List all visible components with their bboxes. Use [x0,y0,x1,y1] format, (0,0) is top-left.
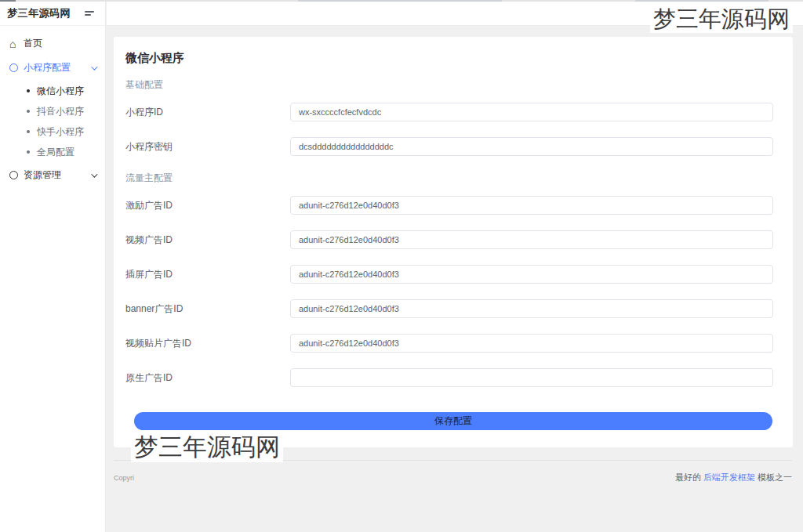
watermark: 梦三年源码网 [650,5,793,33]
config-form-card: 微信小程序 基础配置小程序ID小程序密钥流量主配置激励广告ID视频广告ID插屏广… [114,37,793,447]
form-row: 插屏广告ID [125,265,781,284]
form-row: 激励广告ID [125,196,781,215]
field-label-banner-ad: banner广告ID [125,302,290,316]
field-input-secret[interactable] [290,137,773,156]
submenu-item-label: 微信小程序 [37,85,84,98]
sidebar-header: 梦三年源码网 [0,2,105,26]
sidebar-item-label: 小程序配置 [24,61,71,74]
home-icon: ⌂ [9,38,24,49]
field-label-appid: 小程序ID [125,106,290,119]
footer-credit-prefix: 最好的 [675,472,703,482]
submenu-item-label: 抖音小程序 [37,105,84,118]
watermark: 梦三年源码网 [131,432,283,462]
copyright-text: Copyri [114,474,134,482]
bullet-icon [27,89,30,92]
page-title: 微信小程序 [125,51,781,66]
backend-framework-link[interactable]: 后端开发框架 [703,472,755,482]
field-label-reward-ad: 激励广告ID [125,199,290,212]
field-input-video-ad[interactable] [290,230,773,249]
footer-credit-suffix: 模板之一 [755,472,792,482]
form-row: banner广告ID [125,299,781,318]
save-config-button[interactable]: 保存配置 [134,412,772,430]
field-label-video-patch-ad: 视频贴片广告ID [125,337,290,350]
section-title: 基础配置 [125,78,781,92]
sidebar-item-global-config[interactable]: 全局配置 [27,145,105,159]
form-row: 原生广告ID [125,368,781,387]
collapse-sidebar-icon[interactable] [83,9,96,17]
field-input-appid[interactable] [290,103,773,121]
submenu-item-label: 快手小程序 [37,125,84,139]
miniprogram-submenu: 微信小程序 抖音小程序 快手小程序 全局配置 [0,84,105,159]
sidebar-item-label: 资源管理 [24,168,61,182]
footer-credit: 最好的 后端开发框架 模板之一 [675,472,792,483]
field-input-video-patch-ad[interactable] [290,334,773,353]
chevron-down-icon [91,171,97,177]
circle-icon [9,171,24,179]
page-footer: Copyri 最好的 后端开发框架 模板之一 [114,460,792,483]
field-input-interstitial-ad[interactable] [290,265,773,284]
sidebar-item-douyin-miniprogram[interactable]: 抖音小程序 [27,104,105,118]
field-input-reward-ad[interactable] [290,196,773,215]
field-input-native-ad[interactable] [290,368,773,387]
sidebar-item-kuaishou-miniprogram[interactable]: 快手小程序 [27,125,105,139]
sidebar-item-resource-management[interactable]: 资源管理 [0,165,105,185]
form-row: 小程序ID [125,103,781,121]
form-row: 视频贴片广告ID [125,334,781,353]
form-row: 视频广告ID [125,230,781,249]
sidebar-item-home[interactable]: ⌂ 首页 [0,34,105,53]
field-label-secret: 小程序密钥 [125,140,290,154]
circle-icon [9,63,24,72]
bullet-icon [27,110,30,113]
chevron-down-icon [91,63,97,70]
section-title: 流量主配置 [125,172,781,185]
bullet-icon [27,130,30,133]
field-input-banner-ad[interactable] [290,299,773,318]
sidebar-menu: ⌂ 首页 小程序配置 微信小程序 抖音小程序 快手小程序 全局配置 [0,26,105,185]
sidebar-item-label: 首页 [24,37,42,50]
field-label-interstitial-ad: 插屏广告ID [125,268,290,281]
form-groups: 基础配置小程序ID小程序密钥流量主配置激励广告ID视频广告ID插屏广告IDban… [125,78,781,387]
sidebar-item-wechat-miniprogram[interactable]: 微信小程序 [27,84,105,98]
sidebar-item-miniprogram-config[interactable]: 小程序配置 [0,58,105,78]
form-row: 小程序密钥 [125,137,781,156]
sidebar: 梦三年源码网 ⌂ 首页 小程序配置 微信小程序 抖音小程序 快手小程序 [0,2,106,532]
browser-edge-strip [0,0,803,2]
field-label-native-ad: 原生广告ID [125,371,290,385]
field-label-video-ad: 视频广告ID [125,233,290,247]
submenu-item-label: 全局配置 [37,146,74,159]
app-logo: 梦三年源码网 [7,6,71,20]
bullet-icon [27,150,30,154]
